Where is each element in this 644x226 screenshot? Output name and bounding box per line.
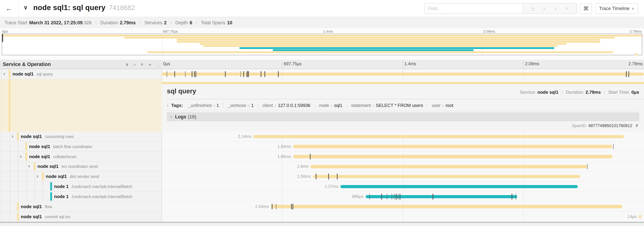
tag-equals: = — [442, 103, 444, 107]
tag-equals: = — [248, 103, 250, 107]
span-row-name-cell[interactable]: node sql1flow — [0, 202, 161, 212]
span-row-name-cell[interactable]: ∨node sql1txn coordinator send — [0, 162, 161, 172]
span-row-timeline-cell[interactable]: 14μs — [161, 212, 644, 222]
span-row-timeline-cell[interactable]: 886μs — [161, 192, 644, 202]
indent-guide — [26, 182, 26, 191]
span-duration-label: 14μs — [628, 212, 637, 221]
span-bar[interactable] — [161, 72, 644, 76]
tree-chevron-down-icon[interactable]: ∨ — [3, 72, 6, 76]
prev-result-icon[interactable]: ∧ — [543, 6, 546, 11]
tags-accordion[interactable]: › Tags: _unfinished=1_verbose=1client=12… — [167, 100, 639, 111]
log-marker-tick — [382, 194, 382, 199]
tag-item: _unfinished=1 — [184, 103, 223, 108]
span-bar[interactable] — [639, 215, 641, 218]
service-operation-header: Service & Operation ∨ › » » — [0, 60, 161, 69]
keyboard-shortcuts-button[interactable]: ⌘ — [580, 3, 592, 14]
column-resize-handle[interactable] — [157, 65, 160, 68]
span-row-name-cell[interactable]: ∨node sql1sql query — [0, 69, 161, 79]
summary-value: 2.79ms — [120, 20, 136, 25]
span-row-name-cell[interactable]: node 1/cockroach.roachpb.Internal/Batch — [0, 192, 161, 202]
log-marker-tick — [398, 194, 398, 199]
clear-search-icon[interactable]: ✕ — [565, 6, 569, 11]
service-name: node sql1batch flow coordinator — [29, 144, 92, 149]
span-row-name-cell[interactable]: node 1/cockroach.roachpb.Internal/Batch — [0, 182, 161, 192]
indent-guide — [18, 151, 18, 161]
tree-chevron-down-icon[interactable]: ∨ — [11, 134, 14, 138]
span-row-name-cell[interactable]: ∨node sql1colbatchscan — [0, 151, 161, 162]
log-marker-tick — [246, 71, 247, 77]
span-row-timeline-cell[interactable]: 2.04ms — [161, 202, 644, 212]
log-marker-tick — [265, 71, 265, 77]
summary-separator: | — [96, 20, 96, 25]
span-row-name-cell[interactable]: ∨node sql1dist sender send — [0, 172, 161, 182]
service-name: node sql1sql query — [12, 71, 53, 77]
expand-one-chevron-right-icon[interactable]: › — [132, 62, 137, 67]
operation-name: batch flow coordinator — [53, 145, 92, 149]
indent-guide — [1, 142, 2, 151]
locate-icon[interactable]: ◎ — [531, 6, 535, 11]
minimap-scrubber-handle[interactable] — [2, 34, 3, 42]
meta-label: Duration: — [566, 89, 584, 95]
span-bar[interactable] — [293, 155, 613, 158]
tree-chevron-down-icon[interactable]: ∨ — [28, 164, 30, 168]
tag-key: _verbose — [228, 103, 246, 108]
log-marker-tick — [392, 194, 392, 199]
span-bar[interactable] — [254, 135, 624, 138]
summary-label: Services — [144, 20, 162, 25]
span-bar[interactable] — [366, 195, 517, 198]
ruler-tick-label: 2.79ms — [628, 62, 642, 66]
service-name: node sql1flow — [21, 204, 52, 209]
span-row-timeline-cell[interactable]: 1.85ms — [161, 151, 644, 162]
indent-guide — [10, 202, 10, 211]
span-row-timeline-cell[interactable]: 1.84ms — [161, 142, 644, 152]
span-row-timeline-cell[interactable]: 1.37ms — [161, 182, 644, 192]
logs-count: (18) — [188, 114, 196, 119]
meta-separator: | — [604, 89, 605, 95]
tag-key: node — [319, 103, 329, 108]
span-row-timeline-cell[interactable]: 1.56ms — [161, 172, 644, 182]
span-color-accent — [17, 202, 19, 211]
span-rows-area: ∨node sql1sql query∨node sql1consuming r… — [0, 69, 644, 226]
page-title: node sql1: sql query7418682 — [33, 4, 135, 12]
tag-key: user — [432, 103, 440, 108]
tag-value: SELECT * FROM users — [376, 103, 423, 108]
view-dropdown-button[interactable]: Trace Timeline ∨ — [595, 3, 638, 14]
span-bar[interactable] — [313, 175, 580, 178]
span-row-name-cell[interactable]: ∨node sql1consuming rows — [0, 132, 161, 142]
tag-key: _unfinished — [188, 103, 212, 108]
title-chevron-down-icon[interactable]: ∨ — [24, 4, 28, 11]
span-bar[interactable] — [271, 205, 622, 208]
double-chevron-down-icon[interactable]: » — [140, 62, 145, 67]
span-row-timeline-cell[interactable]: 2.14ms — [161, 132, 644, 142]
span-color-accent — [17, 132, 19, 141]
span-row-timeline-cell[interactable] — [161, 69, 644, 79]
minimap-canvas[interactable] — [2, 34, 642, 55]
next-result-icon[interactable]: ∨ — [554, 6, 557, 11]
span-bar[interactable] — [293, 145, 612, 148]
span-row-name-cell[interactable]: node sql1commit sql txn — [0, 212, 161, 222]
span-bar[interactable] — [310, 165, 587, 168]
summary-value: March 31 2022, 17:25:09 — [29, 20, 83, 25]
logs-accordion[interactable]: › Logs (18) — [167, 112, 639, 121]
collapse-all-chevron-down-icon[interactable]: ∨ — [125, 62, 129, 67]
double-chevron-right-icon[interactable]: » — [148, 62, 152, 67]
trace-summary-bar: Trace StartMarch 31 2022, 17:25:09.326|D… — [0, 17, 644, 28]
indent-guide — [26, 192, 26, 201]
back-button[interactable]: ← — [0, 0, 18, 17]
log-marker-tick — [272, 204, 272, 209]
tree-chevron-down-icon[interactable]: ∨ — [36, 174, 39, 178]
tree-chevron-down-icon[interactable]: ∨ — [20, 154, 22, 158]
minimap-span-bar — [635, 53, 638, 55]
meta-separator: | — [562, 89, 563, 95]
tag-value: 127.0.0.1:59936 — [278, 103, 310, 108]
bottom-gutter — [0, 223, 644, 226]
span-row-timeline-cell[interactable]: 1.6ms — [161, 162, 644, 172]
indent-guide — [10, 151, 10, 161]
span-bar[interactable] — [340, 185, 578, 188]
operation-name: /cockroach.roachpb.Internal/Batch — [72, 194, 132, 199]
link-icon[interactable] — [635, 123, 639, 128]
span-row-name-cell[interactable]: node sql1batch flow coordinator — [0, 142, 161, 152]
log-marker-tick — [310, 154, 310, 159]
tag-item: node=sql1 — [314, 103, 346, 108]
find-input[interactable] — [424, 4, 523, 14]
